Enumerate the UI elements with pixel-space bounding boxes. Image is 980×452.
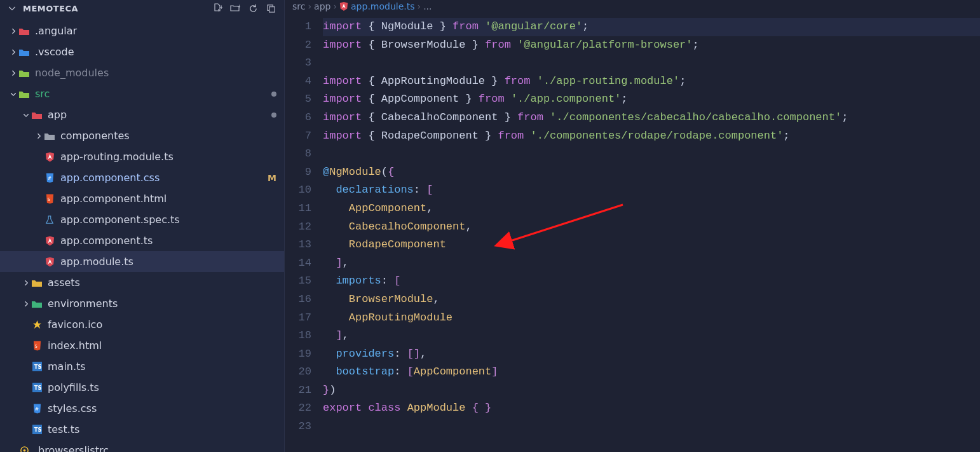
angular-icon — [44, 235, 55, 247]
html-icon: 5 — [31, 340, 43, 352]
token: ; — [582, 20, 589, 32]
code-line[interactable]: export class AppModule { } — [323, 399, 980, 418]
tree-file-app-spec[interactable]: app.component.spec.ts — [0, 209, 284, 230]
code-line[interactable]: providers: [], — [323, 345, 980, 364]
code-line[interactable]: import { NgModule } from '@angular/core'… — [323, 18, 980, 36]
code-content[interactable]: import { NgModule } from '@angular/core'… — [323, 15, 980, 452]
code-line[interactable]: import { AppRoutingModule } from './app-… — [323, 72, 980, 91]
code-line[interactable]: @NgModule({ — [323, 163, 980, 182]
code-line[interactable]: AppComponent, — [323, 200, 980, 218]
token: { — [362, 93, 381, 105]
code-line[interactable]: ], — [323, 327, 980, 345]
token: } — [465, 39, 485, 51]
breadcrumb-item[interactable]: app — [314, 1, 330, 11]
svg-text:+: + — [237, 4, 240, 10]
modified-badge: M — [268, 173, 276, 183]
tree-file-polyfills[interactable]: TSpolyfills.ts — [0, 377, 284, 398]
angular-icon — [44, 151, 55, 163]
token: , — [433, 293, 439, 305]
line-number: 4 — [285, 72, 323, 91]
breadcrumb-item[interactable]: ... — [423, 1, 432, 11]
breadcrumb[interactable]: src›app›app.module.ts›... — [285, 0, 980, 15]
token: from — [485, 39, 511, 51]
code-line[interactable]: RodapeComponent — [323, 236, 980, 254]
tree-folder-src[interactable]: src — [0, 83, 284, 104]
code-line[interactable]: import { AppComponent } from './app.comp… — [323, 90, 980, 109]
code-line[interactable]: import { BrowserModule } from '@angular/… — [323, 36, 980, 55]
tree-folder-app[interactable]: app — [0, 104, 284, 125]
tree-item-label: favicon.ico — [48, 318, 276, 331]
breadcrumb-item[interactable]: app.module.ts — [339, 1, 415, 11]
token: AppComponent — [414, 366, 491, 378]
breadcrumb-item[interactable]: src — [292, 1, 305, 11]
tree-folder-assets[interactable]: assets — [0, 272, 284, 293]
tree-folder-node_modules[interactable]: node_modules — [0, 62, 284, 83]
code-line[interactable]: BrowserModule, — [323, 291, 980, 309]
tree-file-app-module[interactable]: app.module.ts — [0, 251, 284, 272]
code-line[interactable] — [323, 418, 980, 436]
line-number: 11 — [285, 200, 323, 218]
code-line[interactable]: }) — [323, 381, 980, 400]
tree-folder-environments[interactable]: environments — [0, 293, 284, 314]
new-file-icon[interactable]: + — [212, 3, 223, 14]
tree-file-styles[interactable]: #styles.css — [0, 398, 284, 419]
tree-file-test-ts[interactable]: TStest.ts — [0, 419, 284, 440]
code-line[interactable]: CabecalhoComponent, — [323, 218, 980, 236]
angular-icon — [339, 2, 348, 11]
line-number: 23 — [285, 418, 323, 436]
code-line[interactable]: bootstrap: [AppComponent] — [323, 363, 980, 381]
code-line[interactable] — [323, 145, 980, 163]
collapse-all-icon[interactable] — [265, 3, 276, 14]
code-editor[interactable]: 1234567891011121314151617181920212223 im… — [285, 15, 980, 452]
token: , — [343, 257, 349, 269]
token: : — [381, 275, 394, 287]
code-line[interactable]: declarations: [ — [323, 181, 980, 200]
tree-file-app-css[interactable]: #app.component.cssM — [0, 167, 284, 188]
tree-file-favicon[interactable]: favicon.ico — [0, 314, 284, 335]
editor-pane: src›app›app.module.ts›... 12345678910111… — [285, 0, 980, 452]
token: AppModule — [407, 402, 466, 414]
tree-item-label: .browserslistrc — [35, 444, 276, 452]
folder-icon — [44, 130, 55, 142]
file-tree[interactable]: .angular.vscodenode_modulessrcappcompone… — [0, 19, 284, 452]
svg-point-15 — [23, 449, 25, 452]
code-line[interactable]: imports: [ — [323, 272, 980, 291]
tree-file-main-ts[interactable]: TSmain.ts — [0, 356, 284, 377]
spacer — [21, 404, 31, 414]
token: { — [362, 75, 381, 87]
token: export — [323, 402, 362, 414]
code-line[interactable]: AppRoutingModule — [323, 309, 980, 327]
new-folder-icon[interactable]: + — [229, 3, 241, 14]
code-line[interactable]: ], — [323, 254, 980, 273]
code-line[interactable]: import { RodapeComponent } from './compo… — [323, 127, 980, 146]
angular-icon — [44, 256, 55, 268]
token: '@angular/platform-browser' — [517, 39, 692, 51]
tree-folder-vscode[interactable]: .vscode — [0, 41, 284, 62]
token — [323, 293, 349, 305]
refresh-icon[interactable] — [247, 3, 259, 14]
tree-folder-angular[interactable]: .angular — [0, 20, 284, 41]
line-number: 9 — [285, 163, 323, 182]
token: { — [362, 111, 381, 123]
tree-folder-componentes[interactable]: componentes — [0, 125, 284, 146]
token: import — [323, 130, 362, 142]
token: ; — [621, 93, 627, 105]
svg-text:+: + — [219, 4, 222, 10]
line-number: 22 — [285, 399, 323, 418]
target-icon — [18, 445, 30, 453]
line-number: 20 — [285, 363, 323, 381]
chevron-down-icon[interactable] — [6, 3, 18, 14]
token: import — [323, 75, 362, 87]
code-line[interactable]: import { CabecalhoComponent } from './co… — [323, 109, 980, 127]
tree-file-app-ts[interactable]: app.component.ts — [0, 230, 284, 251]
tree-file-index-html[interactable]: 5index.html — [0, 335, 284, 356]
tree-file-app-routing[interactable]: app-routing.module.ts — [0, 146, 284, 167]
token: './app.component' — [511, 93, 621, 105]
token: from — [505, 75, 531, 87]
tree-file-app-html[interactable]: 5app.component.html — [0, 188, 284, 209]
token: } — [479, 130, 498, 142]
code-line[interactable] — [323, 54, 980, 72]
tree-file-browserslist[interactable]: .browserslistrc — [0, 440, 284, 452]
token — [511, 39, 517, 51]
spacer — [21, 320, 31, 330]
